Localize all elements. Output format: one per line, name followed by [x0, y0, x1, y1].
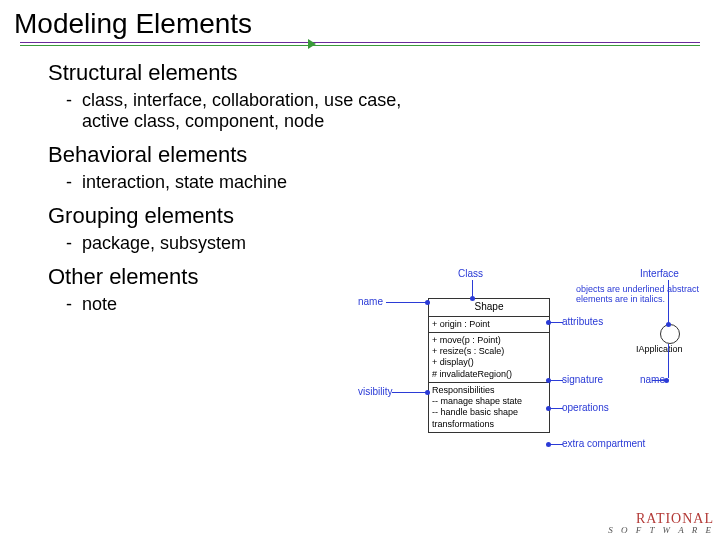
label-note: objects are underlined abstract elements…	[576, 284, 706, 304]
class-name: Shape	[429, 299, 549, 317]
uml-class-diagram: Class Interface objects are underlined a…	[352, 262, 712, 492]
list-item: -package, subsystem	[66, 233, 672, 254]
class-box: Shape + origin : Point + move(p : Point)…	[428, 298, 550, 433]
label-interface: Interface	[640, 268, 679, 279]
label-name: name	[358, 296, 383, 307]
interface-circle-icon	[660, 324, 680, 344]
class-resp: Responsibilities -- manage shape state -…	[429, 383, 549, 432]
label-signature: signature	[562, 374, 603, 385]
class-attr: + origin : Point	[429, 317, 549, 333]
section-head-structural: Structural elements	[48, 60, 672, 86]
title-rule	[20, 42, 700, 50]
label-class: Class	[458, 268, 483, 279]
label-attributes: attributes	[562, 316, 603, 327]
section-head-behavioral: Behavioral elements	[48, 142, 672, 168]
page-title: Modeling Elements	[0, 0, 720, 42]
rational-logo: RATIONAL S O F T W A R E	[608, 513, 714, 534]
arrow-icon	[308, 39, 316, 49]
label-operations: operations	[562, 402, 609, 413]
section-head-grouping: Grouping elements	[48, 203, 672, 229]
list-item: -interaction, state machine	[66, 172, 672, 193]
label-visibility: visibility	[358, 386, 392, 397]
interface-name: IApplication	[636, 344, 683, 354]
list-item: -class, interface, collaboration, use ca…	[66, 90, 672, 132]
class-ops: + move(p : Point) + resize(s : Scale) + …	[429, 333, 549, 383]
label-extra: extra compartment	[562, 438, 645, 449]
